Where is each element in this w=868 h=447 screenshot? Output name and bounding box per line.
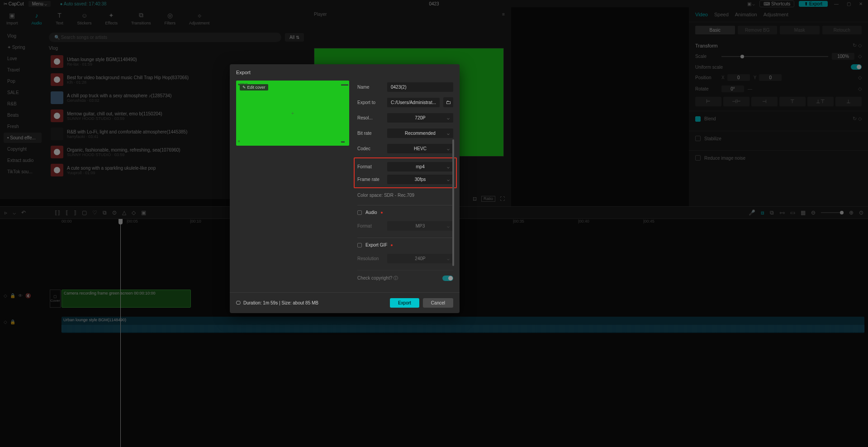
undo-icon[interactable]: ↶ <box>21 209 26 216</box>
scrollbar[interactable] <box>452 139 454 266</box>
video-clip[interactable]: Camera recording frame green screen 00:0… <box>62 290 191 308</box>
keyframe-position-icon[interactable]: ◇ <box>858 75 862 81</box>
scale-value[interactable]: 100% <box>832 53 854 60</box>
audio-track-toggle-icon[interactable]: ◇ <box>4 319 7 324</box>
track-toggle-icon[interactable]: ◇ <box>4 293 7 298</box>
audio-track-lock-icon[interactable]: 🔒 <box>10 319 15 324</box>
insp-tab-adjustment[interactable]: Adjustment <box>764 12 788 17</box>
sidebar-item-beats[interactable]: Beats <box>4 110 42 120</box>
align-center-v-icon[interactable]: ⊥⊤ <box>807 97 834 106</box>
keyframe-transform-icon[interactable]: ◇ <box>858 43 862 48</box>
playhead[interactable] <box>120 219 121 447</box>
gif-export-checkbox[interactable] <box>357 243 362 247</box>
insp-tab-animation[interactable]: Animation <box>735 12 757 17</box>
subtab-mask[interactable]: Mask <box>780 26 820 34</box>
position-x-input[interactable]: 0 <box>727 74 750 81</box>
maximize-icon[interactable]: ▢ <box>845 1 853 6</box>
zoom-slider[interactable] <box>821 212 844 213</box>
fullscreen-icon[interactable]: ⛶ <box>500 196 505 202</box>
tab-effects[interactable]: ✦Effects <box>103 10 120 27</box>
sidebar-item-extract-audio[interactable]: Extract audio <box>4 155 42 166</box>
audio-export-checkbox[interactable] <box>357 210 362 215</box>
cover-preview[interactable]: ✎ Edit cover ●REC▬▬ ≡▬ + <box>236 81 349 146</box>
sidebar-item-travel[interactable]: Travel <box>4 65 42 75</box>
link-icon[interactable]: ⧉ <box>770 209 774 216</box>
insp-tab-speed[interactable]: Speed <box>714 12 729 17</box>
mirror-icon[interactable]: △ <box>122 209 126 216</box>
subtab-retouch[interactable]: Retouch <box>822 26 862 34</box>
align-bottom-icon[interactable]: ⊥ <box>835 97 862 106</box>
audio-format-select[interactable]: MP3 <box>387 221 453 231</box>
tab-import[interactable]: ▣Import <box>4 10 21 27</box>
original-size-icon[interactable]: ⊡ <box>473 196 477 202</box>
tab-stickers[interactable]: ☺Stickers <box>75 10 95 27</box>
position-y-input[interactable]: 0 <box>759 74 782 81</box>
gif-resolution-select[interactable]: 240P <box>387 254 453 263</box>
sidebar-item-pop[interactable]: Pop <box>4 76 42 86</box>
subtab-remove-bg[interactable]: Remove BG <box>738 26 778 34</box>
sidebar-item-vlog[interactable]: Vlog <box>4 31 42 41</box>
layout-icon[interactable]: ▣ ⌵ <box>747 1 755 6</box>
sidebar-item-copyright[interactable]: Copyright <box>4 144 42 154</box>
align-left-icon[interactable]: ⊢ <box>695 97 721 106</box>
bitrate-select[interactable]: Recommended <box>387 128 453 138</box>
player-menu-icon[interactable]: ≡ <box>502 12 505 17</box>
chain-icon[interactable]: ⧟ <box>779 209 785 216</box>
name-input[interactable] <box>387 82 453 92</box>
menu-button[interactable]: Menu ⌵ <box>28 1 51 7</box>
blend-checkbox[interactable] <box>695 116 701 122</box>
copy-icon[interactable]: ⧉ <box>103 209 107 216</box>
export-button-top[interactable]: ⬆ Export <box>799 1 828 7</box>
shortcuts-button[interactable]: ⌨ Shortcuts <box>759 0 794 7</box>
tab-text[interactable]: TText <box>53 10 66 27</box>
subtab-basic[interactable]: Basic <box>695 26 735 34</box>
sidebar-item-spring[interactable]: ✦ Spring <box>4 42 42 52</box>
track-visible-icon[interactable]: 👁 <box>18 293 23 298</box>
rotate-icon[interactable]: ◇ <box>132 209 136 216</box>
stabilize-checkbox[interactable] <box>695 136 701 141</box>
split-icon[interactable]: ⟦⟧ <box>55 209 60 216</box>
ratio-button[interactable]: Ratio <box>481 196 495 202</box>
align-center-h-icon[interactable]: ⊣⊢ <box>723 97 749 106</box>
insp-tab-video[interactable]: Video <box>695 12 708 17</box>
audio-clip[interactable]: Urban lounge style BGM(1148490) <box>62 317 864 333</box>
format-select[interactable]: mp4 <box>387 162 453 171</box>
track-mute-icon[interactable]: 🔇 <box>25 293 31 298</box>
copyright-toggle[interactable] <box>442 276 453 281</box>
align-top-icon[interactable]: ⊤ <box>779 97 806 106</box>
tab-audio[interactable]: ♪Audio <box>29 10 45 27</box>
favorite-icon[interactable]: ♡ <box>92 209 97 216</box>
uniform-scale-toggle[interactable] <box>851 64 862 70</box>
codec-select[interactable]: HEVC <box>387 144 453 153</box>
browse-folder-button[interactable]: 🗀 <box>443 97 453 107</box>
resolution-select[interactable]: 720P <box>387 113 453 123</box>
tool-dropdown-icon[interactable]: ⌵ <box>13 209 16 216</box>
sidebar-item-rnb[interactable]: R&B <box>4 99 42 109</box>
framerate-select[interactable]: 30fps <box>387 175 453 184</box>
sidebar-item-sound-effects[interactable]: • Sound effe... <box>4 133 42 143</box>
crop2-icon[interactable]: ▣ <box>141 209 146 216</box>
crop-icon[interactable]: ▢ <box>82 209 87 216</box>
align-right-icon[interactable]: ⊣ <box>751 97 778 106</box>
sidebar-item-fresh[interactable]: Fresh <box>4 121 42 132</box>
delete-right-icon[interactable]: ⟧ <box>74 209 76 216</box>
noise-checkbox[interactable] <box>695 155 701 161</box>
export-path-input[interactable]: C:/Users/Administrat... <box>387 98 440 107</box>
tab-transitions[interactable]: ⧉Transitions <box>128 10 154 27</box>
sidebar-item-sale[interactable]: SALE <box>4 87 42 98</box>
cancel-button[interactable]: Cancel <box>423 298 453 308</box>
reset-transform-icon[interactable]: ↻ <box>853 43 857 48</box>
keyframe-scale-icon[interactable]: ◇ <box>858 53 862 59</box>
tab-filters[interactable]: ◎Filters <box>162 10 179 27</box>
preview-icon[interactable]: ▭ <box>790 209 795 216</box>
tab-adjustment[interactable]: ⟐Adjustment <box>186 10 212 27</box>
mic-icon[interactable]: 🎤 <box>749 209 755 216</box>
reverse-icon[interactable]: ⊙ <box>112 209 117 216</box>
magnet-icon[interactable]: ⧈ <box>761 209 764 216</box>
scale-slider[interactable] <box>721 56 828 57</box>
close-icon[interactable]: ✕ <box>857 1 864 6</box>
autocrop-icon[interactable]: ▦ <box>801 209 806 216</box>
cover-button[interactable]: ▢Cover <box>50 290 61 308</box>
select-tool-icon[interactable]: ▹ <box>5 209 7 216</box>
minimize-icon[interactable]: — <box>832 1 840 6</box>
